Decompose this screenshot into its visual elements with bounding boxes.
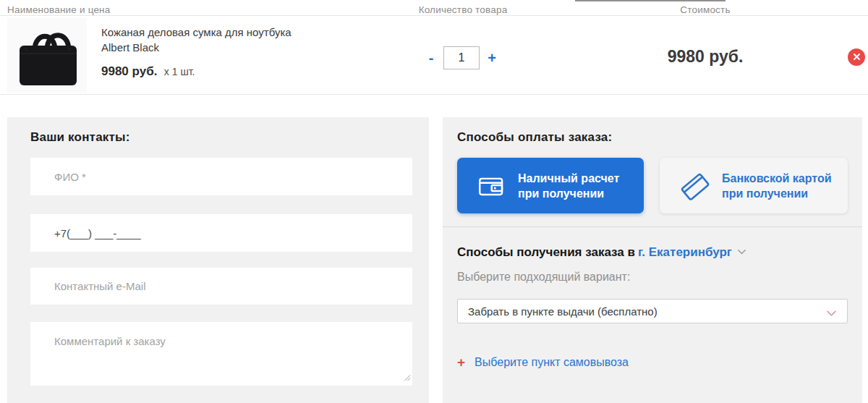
- delivery-title-text: Способы получения заказа в: [457, 245, 635, 259]
- unit-price: 9980 руб.: [101, 64, 157, 78]
- wallet-icon: [476, 171, 506, 201]
- top-edge-line: [575, 0, 726, 1]
- select-chevron-icon: [826, 307, 837, 321]
- product-image[interactable]: [7, 18, 87, 93]
- cart-header-row: Наименование и цена Количество товара Ст…: [0, 0, 868, 16]
- delivery-title: Способы получения заказа вг. Екатеринбур…: [457, 245, 746, 260]
- pickup-link-label: Выберите пункт самовывоза: [475, 356, 629, 369]
- card-icon: [678, 170, 710, 202]
- name-input[interactable]: [30, 158, 412, 195]
- unit-qty: х 1 шт.: [164, 66, 195, 77]
- qty-input[interactable]: [443, 46, 480, 69]
- pickup-link[interactable]: + Выберите пункт самовывоза: [457, 356, 629, 369]
- unit-price-line: 9980 руб. х 1 шт.: [101, 64, 195, 79]
- payment-cash-button[interactable]: Наличный расчет при получении: [457, 158, 644, 213]
- close-icon: [853, 51, 861, 64]
- payment-cash-label: Наличный расчет при получении: [518, 171, 619, 201]
- payment-title: Способы оплаты заказа:: [457, 130, 612, 145]
- checkout-page: Наименование и цена Количество товара Ст…: [0, 0, 868, 403]
- bag-icon: [7, 82, 87, 95]
- remove-item-button[interactable]: [848, 48, 865, 66]
- payment-card-button[interactable]: Банковской картой при получении: [660, 158, 848, 213]
- order-panel: Способы оплаты заказа: Наличный расчет п…: [443, 117, 862, 403]
- chevron-down-icon: [737, 245, 746, 258]
- variant-select[interactable]: Забрать в пункте выдачи (бесплатно): [457, 299, 848, 323]
- header-quantity: Количество товара: [391, 4, 535, 15]
- comment-field-wrap: [30, 322, 412, 386]
- product-subtitle: Albert Black: [101, 40, 292, 55]
- item-total: 9980 руб.: [633, 47, 778, 67]
- header-cost: Стоимость: [633, 4, 778, 15]
- product-title: Кожаная деловая сумка для ноутбука: [101, 25, 292, 40]
- product-title-block: Кожаная деловая сумка для ноутбука Alber…: [101, 25, 292, 55]
- resize-handle-icon[interactable]: [403, 371, 411, 384]
- comment-textarea[interactable]: [30, 322, 412, 386]
- contacts-title: Ваши контакты:: [30, 130, 130, 145]
- phone-input[interactable]: [30, 214, 412, 252]
- variant-label: Выберите подходящий вариант:: [457, 271, 630, 284]
- qty-stepper: - +: [423, 46, 500, 70]
- cart-item-row: Кожаная деловая сумка для ноутбука Alber…: [0, 17, 868, 95]
- qty-decrease-button[interactable]: -: [423, 46, 439, 70]
- header-name-price: Наименование и цена: [7, 4, 110, 15]
- select-value: Забрать в пункте выдачи (бесплатно): [468, 305, 658, 318]
- city-link[interactable]: г. Екатеринбург: [638, 245, 732, 259]
- email-input[interactable]: [30, 268, 412, 305]
- contacts-panel: Ваши контакты:: [7, 117, 429, 403]
- qty-increase-button[interactable]: +: [484, 46, 500, 70]
- plus-icon: +: [457, 356, 465, 369]
- payment-card-label: Банковской картой при получении: [722, 171, 832, 201]
- panel-divider: [443, 226, 862, 227]
